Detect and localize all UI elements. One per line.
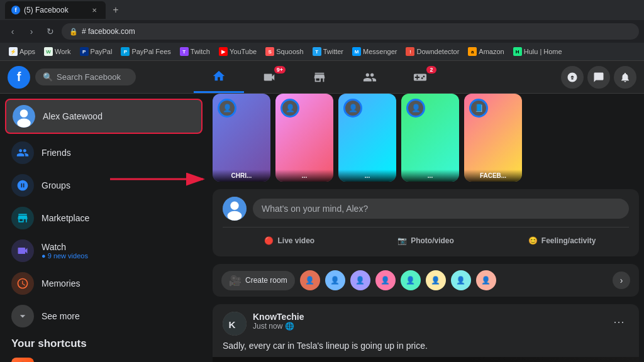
gaming-icon <box>413 70 427 84</box>
video-icon <box>262 70 276 84</box>
story-overlay-1: CHRI... <box>213 170 270 182</box>
shortcuts-title: Your shortcuts <box>5 332 203 353</box>
sidebar-item-see-more[interactable]: See more <box>5 300 203 332</box>
tab-close-button[interactable]: ✕ <box>89 5 99 15</box>
story-card-3[interactable]: 👤 ... <box>338 94 396 182</box>
nav-tabs: 9+ 2 <box>194 61 445 93</box>
sidebar-item-friends[interactable]: Friends <box>5 136 203 169</box>
story-card-2[interactable]: 👤 ... <box>275 94 333 182</box>
tab-marketplace[interactable] <box>294 61 345 93</box>
marketplace-icon <box>313 70 326 84</box>
8ball-icon: 🎱 <box>11 358 34 362</box>
bookmark-youtube[interactable]: ▶ YouTube <box>215 46 260 57</box>
bookmark-downdetector[interactable]: ! Downdetector <box>402 46 463 57</box>
photo-video-label: Photo/video <box>411 236 454 245</box>
room-avatar-5[interactable]: 👤 <box>401 270 421 290</box>
sidebar-item-groups[interactable]: Groups <box>5 169 203 202</box>
create-room-button[interactable]: 🎥 Create room <box>221 271 295 290</box>
new-tab-button[interactable]: + <box>108 3 123 18</box>
photo-video-button[interactable]: 📷 Photo/video <box>359 233 493 249</box>
messenger-button[interactable] <box>587 66 610 89</box>
search-input[interactable] <box>57 72 128 82</box>
bookmark-hulu[interactable]: H Hulu | Home <box>509 46 566 57</box>
sidebar-shortcut-8ball[interactable]: 🎱 8 Ball Pool <box>5 353 203 362</box>
post-input-fake[interactable]: What's on your mind, Alex? <box>253 199 629 219</box>
post-meta: Just now 🌐 <box>253 322 602 331</box>
room-avatar-8[interactable]: 👤 <box>476 270 496 290</box>
account-menu-button[interactable] <box>561 66 584 89</box>
messenger-bookmark-icon: M <box>352 47 361 56</box>
room-avatar-3[interactable]: 👤 <box>350 270 370 290</box>
rooms-next-button[interactable]: › <box>613 272 630 289</box>
story-avatar-2: 👤 <box>280 99 299 118</box>
url-bar[interactable]: 🔒 # facebook.com <box>62 23 639 40</box>
story-card-5[interactable]: 📘 FACEB... <box>464 94 522 182</box>
live-video-button[interactable]: 🔴 Live video <box>223 233 357 249</box>
svg-point-3 <box>20 109 28 118</box>
browser-chrome: f (5) Facebook ✕ + ‹ › ↻ 🔒 # facebook.co… <box>0 0 644 61</box>
watch-sidebar-icon <box>11 239 34 262</box>
room-avatar-6[interactable]: 👤 <box>426 270 446 290</box>
bookmark-twitter[interactable]: T Twitter <box>309 46 347 57</box>
hulu-bookmark-icon: H <box>513 47 522 56</box>
facebook-tab[interactable]: f (5) Facebook ✕ <box>5 1 106 19</box>
feeling-button[interactable]: 😊 Feeling/activity <box>495 233 629 249</box>
story-overlay-2: ... <box>275 170 333 182</box>
tab-favicon: f <box>11 6 20 14</box>
story-overlay-3: ... <box>338 170 396 182</box>
groups-sidebar-icon <box>11 174 34 197</box>
friends-label: Friends <box>42 148 71 158</box>
downdetector-bookmark-icon: ! <box>406 47 414 56</box>
room-avatar-1[interactable]: 👤 <box>300 270 320 290</box>
paypalfees-bookmark-icon: P <box>121 47 130 56</box>
tab-home[interactable] <box>194 61 244 93</box>
bookmark-paypalfees[interactable]: P PayPal Fees <box>117 46 174 57</box>
photo-icon: 📷 <box>397 236 407 245</box>
sidebar-item-marketplace[interactable]: Marketplace <box>5 202 203 234</box>
forward-button[interactable]: › <box>24 24 39 39</box>
memories-sidebar-icon <box>11 272 34 295</box>
post-more-button[interactable]: ⋯ <box>609 312 629 332</box>
profile-avatar <box>13 105 35 128</box>
search-bar[interactable]: 🔍 <box>35 69 136 85</box>
sidebar-item-memories[interactable]: Memories <box>5 267 203 300</box>
bookmark-messenger[interactable]: M Messenger <box>348 46 401 57</box>
sidebar-item-watch[interactable]: Watch ● 9 new videos <box>5 234 203 267</box>
messenger-icon <box>593 72 604 83</box>
tab-gaming[interactable]: 2 <box>395 61 445 93</box>
main-content: Alex Gatewood Friends Groups <box>0 94 644 362</box>
story-card-4[interactable]: 👤 ... <box>401 94 459 182</box>
bookmark-work[interactable]: W Work <box>40 46 74 57</box>
bookmark-twitch[interactable]: T Twitch <box>176 46 214 57</box>
story-card-1[interactable]: 👤 CHRI... <box>213 94 270 182</box>
tab-groups[interactable] <box>345 61 395 93</box>
bookmark-amazon[interactable]: a Amazon <box>464 46 508 57</box>
sidebar-wrapper: Alex Gatewood Friends Groups <box>0 94 208 362</box>
tab-video[interactable]: 9+ <box>244 61 294 93</box>
notifications-button[interactable] <box>614 66 636 89</box>
room-avatar-4[interactable]: 👤 <box>375 270 396 290</box>
live-video-icon: 🔴 <box>264 236 274 245</box>
reload-button[interactable]: ↻ <box>43 24 58 39</box>
post-globe-icon: 🌐 <box>285 322 294 331</box>
tab-title: (5) Facebook <box>24 6 69 14</box>
create-room-icon: 🎥 <box>229 275 242 287</box>
room-avatar-7[interactable]: 👤 <box>451 270 471 290</box>
bell-icon <box>619 72 631 83</box>
sidebar-profile[interactable]: Alex Gatewood <box>5 99 203 134</box>
story-name-2: ... <box>278 172 331 179</box>
marketplace-sidebar-icon <box>11 207 34 229</box>
url-text: # facebook.com <box>82 27 135 36</box>
bookmark-paypal[interactable]: P PayPal <box>76 46 116 57</box>
address-bar: ‹ › ↻ 🔒 # facebook.com <box>0 20 644 43</box>
room-avatar-2[interactable]: 👤 <box>325 270 345 290</box>
bookmarks-bar: ⚡ Apps W Work P PayPal P PayPal Fees T T… <box>0 43 644 60</box>
bookmark-squoosh[interactable]: S Squoosh <box>262 46 307 57</box>
twitch-bookmark-icon: T <box>180 47 189 56</box>
bookmark-apps[interactable]: ⚡ Apps <box>5 46 39 57</box>
youtube-bookmark-icon: ▶ <box>219 47 228 56</box>
back-button[interactable]: ‹ <box>5 24 20 39</box>
post-user-info: KnowTechie Just now 🌐 <box>253 312 602 331</box>
profile-avatar-image <box>13 105 35 128</box>
see-more-label: See more <box>42 311 80 321</box>
